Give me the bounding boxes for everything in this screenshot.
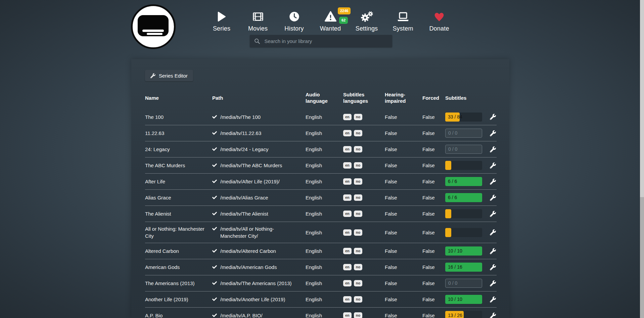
scrollbar-track[interactable] xyxy=(640,0,644,318)
hearing-impaired-value: False xyxy=(385,162,422,169)
nav-item-movies[interactable]: Movies xyxy=(240,11,276,32)
wrench-icon[interactable] xyxy=(490,313,496,318)
series-name[interactable]: The Alienist xyxy=(145,210,212,217)
forced-value: False xyxy=(422,113,445,121)
series-name[interactable]: American Gods xyxy=(145,264,212,271)
nav-item-wanted[interactable]: Wanted 2246 62 xyxy=(312,11,349,32)
progress-fill xyxy=(445,228,451,237)
check-icon xyxy=(212,147,217,151)
nav-item-donate[interactable]: Donate xyxy=(421,11,457,32)
wrench-icon[interactable] xyxy=(490,280,496,286)
scrollbar-thumb[interactable] xyxy=(640,0,644,197)
check-icon xyxy=(212,313,217,318)
subtitles-progress-cell xyxy=(445,161,483,170)
series-name[interactable]: Alias Grace xyxy=(145,194,212,201)
series-name[interactable]: After Life xyxy=(145,178,212,185)
series-name[interactable]: Another Life (2019) xyxy=(145,296,212,303)
progress-label: 10 / 10 xyxy=(448,246,462,256)
wrench-icon[interactable] xyxy=(490,195,496,201)
nav-item-history[interactable]: History xyxy=(276,11,312,32)
wrench-icon[interactable] xyxy=(490,163,496,169)
series-name[interactable]: The ABC Murders xyxy=(145,162,212,169)
subtitles-progress-cell: 33 / 84 xyxy=(445,112,483,122)
hearing-impaired-value: False xyxy=(385,146,422,153)
series-name[interactable]: 24: Legacy xyxy=(145,146,212,153)
subtitles-languages-cell: enno xyxy=(343,296,385,303)
nav-label: History xyxy=(284,25,304,32)
subtitles-progress-bar: 13 / 26 xyxy=(445,311,482,318)
table-row: Altered Carbon /media/tv/Altered Carbon … xyxy=(145,243,497,259)
language-badge: en xyxy=(343,194,352,201)
series-name[interactable]: 11.22.63 xyxy=(145,130,212,137)
heart-icon xyxy=(434,11,445,22)
series-path: /media/tv/All or Nothing- Manchester Cit… xyxy=(220,225,298,239)
series-name[interactable]: The Americans (2013) xyxy=(145,280,212,287)
series-name[interactable]: Altered Carbon xyxy=(145,247,212,255)
wrench-icon[interactable] xyxy=(490,211,496,217)
language-badge: en xyxy=(343,162,352,169)
series-name[interactable]: A.P. Bio xyxy=(145,312,212,318)
subtitles-progress-cell xyxy=(445,209,483,218)
nav-label: Settings xyxy=(356,25,378,32)
progress-fill xyxy=(445,161,451,170)
language-badge: en xyxy=(343,280,352,286)
subtitles-languages-cell: enno xyxy=(343,130,385,136)
series-path-cell: /media/tv/Alias Grace xyxy=(212,194,306,201)
library-panel: Series Editor Name Path Audio language S… xyxy=(131,59,509,318)
table-row: Another Life (2019) /media/tv/Another Li… xyxy=(145,291,497,307)
subtitles-progress-cell xyxy=(445,228,483,237)
search-input[interactable] xyxy=(264,38,388,44)
header-subtitles: Subtitles xyxy=(445,95,483,101)
series-name[interactable]: All or Nothing: Manchester City xyxy=(145,225,212,239)
wrench-icon[interactable] xyxy=(490,229,496,235)
app-logo[interactable] xyxy=(131,4,176,49)
series-path-cell: /media/tv/After Life (2019)/ xyxy=(212,178,306,185)
row-actions xyxy=(490,146,497,152)
audio-language-value: English xyxy=(306,280,343,287)
audio-language-value: English xyxy=(306,312,343,318)
subtitles-progress-cell: 10 / 10 xyxy=(445,295,483,304)
row-actions xyxy=(490,179,497,185)
check-icon xyxy=(212,115,217,119)
check-icon xyxy=(212,195,217,200)
subtitles-progress-bar: 10 / 10 xyxy=(445,246,482,256)
language-badge: en xyxy=(343,312,352,318)
hearing-impaired-value: False xyxy=(385,178,422,185)
progress-label: 6 / 6 xyxy=(448,177,457,186)
wrench-icon[interactable] xyxy=(490,248,496,254)
series-editor-button[interactable]: Series Editor xyxy=(145,70,193,81)
series-path: /media/tv/The 100 xyxy=(220,113,261,121)
table-row: After Life /media/tv/After Life (2019)/ … xyxy=(145,173,497,189)
search-icon xyxy=(254,38,260,44)
subtitles-progress-bar: 6 / 6 xyxy=(445,193,482,202)
audio-language-value: English xyxy=(306,264,343,271)
forced-value: False xyxy=(422,146,445,153)
wrench-icon[interactable] xyxy=(490,297,496,303)
row-actions xyxy=(490,248,497,254)
nav-label: Series xyxy=(213,25,230,32)
nav-item-system[interactable]: System xyxy=(385,11,421,32)
series-name[interactable]: The 100 xyxy=(145,113,212,121)
subtitles-progress-bar: 6 / 6 xyxy=(445,177,482,186)
table-row: The ABC Murders /media/tv/The ABC Murder… xyxy=(145,157,497,173)
subtitles-progress-bar xyxy=(445,161,482,170)
language-badge: en xyxy=(343,248,352,254)
logo-subtitle-line xyxy=(142,30,164,32)
row-actions xyxy=(490,297,497,303)
nav-label: Movies xyxy=(248,25,268,32)
subtitles-progress-bar xyxy=(445,228,482,237)
wrench-icon[interactable] xyxy=(490,130,496,136)
nav-item-series[interactable]: Series xyxy=(203,11,240,32)
audio-language-value: English xyxy=(306,229,343,236)
subtitles-languages-cell: enno xyxy=(343,280,385,286)
wrench-icon[interactable] xyxy=(490,146,496,152)
wrench-icon[interactable] xyxy=(490,179,496,185)
nav-item-settings[interactable]: Settings xyxy=(349,11,385,32)
audio-language-value: English xyxy=(306,247,343,255)
wrench-icon[interactable] xyxy=(490,264,496,270)
wrench-icon[interactable] xyxy=(490,114,496,120)
wrench-icon xyxy=(150,73,155,78)
language-badge: no xyxy=(354,248,362,254)
hearing-impaired-value: False xyxy=(385,194,422,201)
progress-label: 16 / 16 xyxy=(448,263,462,272)
